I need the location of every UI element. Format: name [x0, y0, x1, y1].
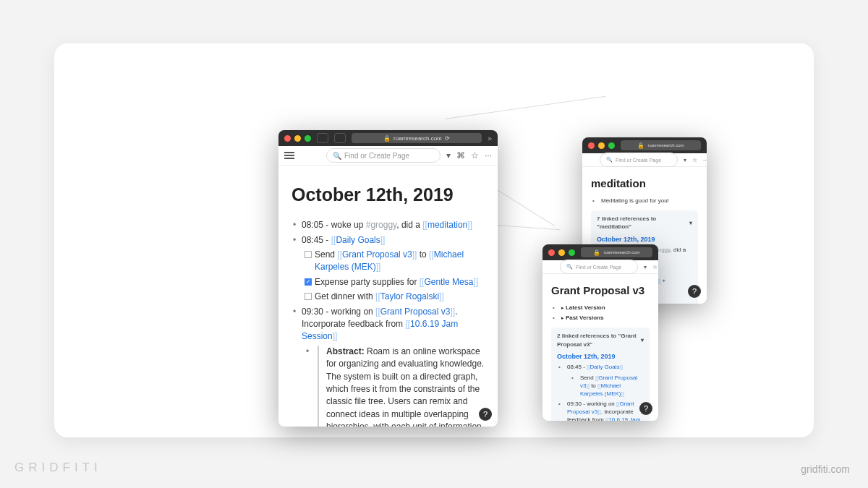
page-title: Grant Proposal v3 — [551, 283, 650, 298]
menu-icon[interactable] — [284, 152, 294, 159]
star-icon[interactable]: ☆ — [692, 157, 697, 163]
reload-icon[interactable]: ⟳ — [445, 135, 450, 142]
page-link[interactable]: [[Taylor Rogalski]] — [375, 291, 444, 301]
block[interactable]: 09:30 - working on [[Grant Proposal v3]]… — [292, 306, 485, 427]
more-icon[interactable]: ··· — [485, 150, 492, 160]
ref-day-link[interactable]: October 12th, 2019 — [557, 352, 644, 361]
block[interactable]: Abstract: Roam is an online workspace fo… — [305, 346, 485, 427]
page-body: Grant Proposal v3 ▸ Latest Version ▸ Pas… — [542, 274, 658, 421]
overflow-icon[interactable]: » — [488, 134, 492, 142]
brand-url: gridfiti.com — [801, 463, 850, 475]
help-button[interactable]: ? — [688, 285, 701, 298]
titlebar: 🔒 roamresearch.com — [582, 137, 707, 153]
maximize-icon[interactable] — [569, 249, 575, 256]
close-icon[interactable] — [284, 135, 291, 142]
url-text: roamresearch.com — [603, 250, 639, 254]
lock-icon: 🔒 — [637, 142, 644, 149]
block[interactable]: ▸ Latest Version — [551, 304, 650, 312]
block[interactable]: 09:30 - working on [[Grant Proposal v3]]… — [557, 400, 644, 421]
filter-icon[interactable]: ▾ — [689, 219, 692, 227]
lock-icon: 🔒 — [593, 249, 600, 256]
close-icon[interactable] — [588, 142, 595, 149]
page-link[interactable]: [[meditation]] — [422, 220, 472, 230]
url-text: roamresearch.com — [393, 135, 442, 142]
url-text: roamresearch.com — [647, 143, 684, 147]
abstract-block: Abstract: Roam is an online workspace fo… — [318, 346, 485, 427]
minimize-icon[interactable] — [294, 135, 301, 142]
search-input[interactable]: 🔍 Find or Create Page — [560, 260, 638, 274]
filter-icon[interactable]: ▾ — [684, 157, 686, 163]
block[interactable]: ▸ Past Versions — [551, 314, 650, 322]
page-link[interactable]: [[Gentle Mesa]] — [420, 277, 478, 287]
nav-fwd-button[interactable] — [334, 133, 346, 143]
star-icon[interactable]: ☆ — [471, 150, 479, 160]
nav-back-button[interactable] — [317, 133, 328, 143]
brand-logo: GRIDFITI — [14, 461, 102, 475]
window-daily-note: 🔒 roamresearch.com ⟳ » 🔍 Find or Create … — [278, 130, 498, 427]
todo-item[interactable]: Send [[Grant Proposal v3]] to [[Michael … — [305, 249, 485, 274]
window-grant-proposal: 🔒 roamresearch.com 🔍 Find or Create Page… — [542, 244, 658, 421]
search-input[interactable]: 🔍 Find or Create Page — [600, 153, 678, 167]
graph-icon[interactable]: ⌘ — [456, 150, 465, 160]
block[interactable]: 08:05 - woke up #groggy, did a [[meditat… — [292, 219, 485, 231]
abstract-label: Abstract: — [326, 346, 365, 356]
help-button[interactable]: ? — [479, 408, 492, 421]
url-bar[interactable]: 🔒 roamresearch.com — [581, 247, 652, 257]
app-toolbar: 🔍 Find or Create Page ▾ ☆ ··· — [582, 153, 707, 167]
app-toolbar: 🔍 Find or Create Page ▾ ⌘ ☆ ··· — [278, 146, 498, 166]
page-link[interactable]: [[Grant Proposal v3]] — [337, 249, 417, 260]
block[interactable]: 08:45 - [[Daily Goals]] Send [[Grant Pro… — [557, 363, 644, 398]
titlebar: 🔒 roamresearch.com ⟳ » — [278, 130, 498, 146]
filter-icon[interactable]: ▾ — [446, 150, 451, 160]
search-icon: 🔍 — [606, 157, 613, 163]
traffic-lights[interactable] — [548, 249, 575, 256]
star-icon[interactable]: ☆ — [652, 264, 658, 270]
search-placeholder: Find or Create Page — [344, 152, 409, 160]
showcase-card: 🔒 roamresearch.com ⟳ » 🔍 Find or Create … — [54, 43, 814, 437]
tag-link[interactable]: #groggy — [366, 220, 396, 230]
url-bar[interactable]: 🔒 roamresearch.com — [621, 140, 701, 150]
page-link[interactable]: [[Daily Goals]] — [331, 235, 386, 245]
refs-header: 2 linked references to "Grant Proposal v… — [557, 332, 641, 348]
filter-icon[interactable]: ▾ — [644, 264, 647, 270]
connector-line — [445, 96, 606, 119]
block[interactable]: Meditating is good for you! — [591, 197, 698, 205]
more-icon[interactable]: ··· — [703, 157, 707, 163]
todo-item-done[interactable]: Expense party supplies for [[Gentle Mesa… — [305, 276, 485, 288]
search-input[interactable]: 🔍 Find or Create Page — [326, 148, 441, 163]
page-title: meditation — [591, 176, 698, 191]
close-icon[interactable] — [548, 249, 555, 256]
minimize-icon[interactable] — [558, 249, 565, 256]
abstract-body: Roam is an online workspace for organizi… — [326, 346, 484, 427]
url-bar[interactable]: 🔒 roamresearch.com ⟳ — [352, 133, 482, 143]
block[interactable]: 08:45 - [[Daily Goals]] Send [[Grant Pro… — [292, 234, 485, 304]
page-body: October 12th, 2019 08:05 - woke up #grog… — [278, 166, 498, 427]
todo-item[interactable]: Get dinner with [[Taylor Rogalski]] — [305, 291, 485, 303]
block[interactable]: Send [[Grant Proposal v3]] to [[Michael … — [570, 374, 644, 398]
minimize-icon[interactable] — [598, 142, 605, 149]
refs-header: 7 linked references to "meditation" — [597, 215, 689, 231]
linked-refs: 2 linked references to "Grant Proposal v… — [551, 328, 650, 421]
app-toolbar: 🔍 Find or Create Page ▾ ☆ ··· — [542, 260, 658, 274]
maximize-icon[interactable] — [305, 135, 311, 142]
filter-icon[interactable]: ▾ — [641, 336, 644, 344]
page-title: October 12th, 2019 — [292, 181, 485, 207]
search-icon: 🔍 — [566, 264, 573, 270]
traffic-lights[interactable] — [284, 135, 311, 142]
search-icon: 🔍 — [333, 152, 341, 160]
maximize-icon[interactable] — [608, 142, 615, 149]
help-button[interactable]: ? — [639, 402, 652, 415]
titlebar: 🔒 roamresearch.com — [542, 244, 658, 260]
page-link[interactable]: [[Grant Proposal v3]] — [375, 307, 455, 317]
lock-icon: 🔒 — [383, 135, 391, 142]
ref-day-link[interactable]: October 12th, 2019 — [597, 235, 692, 244]
traffic-lights[interactable] — [588, 142, 615, 149]
